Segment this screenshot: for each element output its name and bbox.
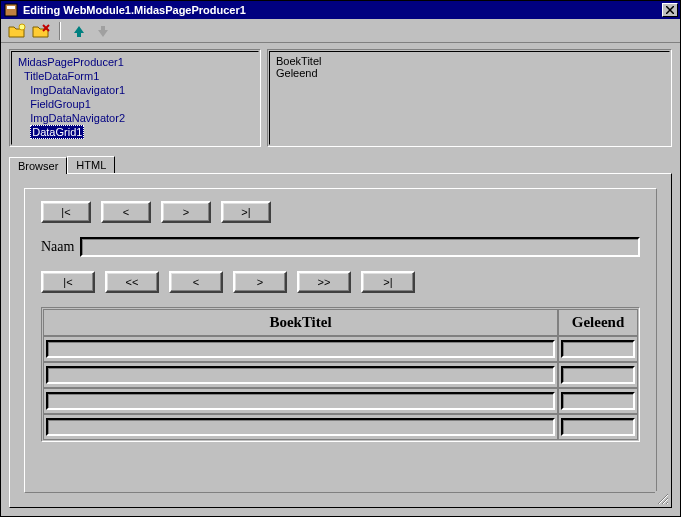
- folder-new-icon[interactable]: [7, 21, 27, 41]
- table-row: [43, 388, 638, 414]
- toolbar: [1, 19, 680, 43]
- top-panes: MidasPageProducer1 TitleDataForm1 ImgDat…: [1, 43, 680, 153]
- titlebar: Editing WebModule1.MidasPageProducer1: [1, 1, 680, 19]
- arrow-up-icon[interactable]: [69, 21, 89, 41]
- naam-label: Naam: [41, 239, 74, 255]
- window-title: Editing WebModule1.MidasPageProducer1: [23, 4, 662, 16]
- svg-rect-0: [5, 4, 17, 16]
- app-icon: [3, 2, 19, 18]
- nav2-next-button[interactable]: >: [233, 271, 287, 293]
- prop-line[interactable]: BoekTitel: [276, 55, 663, 67]
- navigator-1: |< < > >|: [41, 201, 640, 223]
- tree-root[interactable]: MidasPageProducer1: [18, 55, 252, 69]
- editor-window: Editing WebModule1.MidasPageProducer1 Mi…: [0, 0, 681, 517]
- data-grid: BoekTitel Geleend: [41, 307, 640, 442]
- navigator-2: |< << < > >> >|: [41, 271, 640, 293]
- close-button[interactable]: [662, 3, 678, 17]
- svg-line-12: [667, 503, 668, 504]
- naam-input[interactable]: [80, 237, 640, 257]
- prop-line[interactable]: Geleend: [276, 67, 663, 79]
- grid-cell[interactable]: [561, 392, 635, 410]
- tab-browser[interactable]: Browser: [9, 157, 67, 174]
- tree-item[interactable]: FieldGroup1: [18, 97, 252, 111]
- grid-cell[interactable]: [46, 392, 555, 410]
- table-row: [43, 362, 638, 388]
- grid-cell[interactable]: [46, 366, 555, 384]
- folder-delete-icon[interactable]: [31, 21, 51, 41]
- grid-cell[interactable]: [46, 418, 555, 436]
- arrow-down-icon[interactable]: [93, 21, 113, 41]
- properties-pane: BoekTitel Geleend: [267, 49, 672, 147]
- grid-header-titel[interactable]: BoekTitel: [43, 309, 558, 336]
- tree-item[interactable]: TitleDataForm1: [18, 69, 252, 83]
- nav-next-button[interactable]: >: [161, 201, 211, 223]
- grid-cell[interactable]: [561, 340, 635, 358]
- nav2-prevpage-button[interactable]: <<: [105, 271, 159, 293]
- grid-cell[interactable]: [561, 366, 635, 384]
- nav-last-button[interactable]: >|: [221, 201, 271, 223]
- tab-body: |< < > >| Naam |< << < > >> >|: [9, 173, 672, 508]
- grid-header-geleend[interactable]: Geleend: [558, 309, 638, 336]
- resize-grip[interactable]: [655, 491, 669, 505]
- nav2-prev-button[interactable]: <: [169, 271, 223, 293]
- tab-strip: Browser HTML: [9, 153, 672, 173]
- tree-pane: MidasPageProducer1 TitleDataForm1 ImgDat…: [9, 49, 261, 147]
- nav2-nextpage-button[interactable]: >>: [297, 271, 351, 293]
- tabs-region: Browser HTML |< < > >| Naam |< << <: [1, 153, 680, 516]
- nav-prev-button[interactable]: <: [101, 201, 151, 223]
- svg-point-4: [19, 24, 25, 30]
- table-row: [43, 336, 638, 362]
- tree-item[interactable]: ImgDataNavigator1: [18, 83, 252, 97]
- svg-rect-1: [7, 6, 15, 9]
- nav2-last-button[interactable]: >|: [361, 271, 415, 293]
- table-row: [43, 414, 638, 440]
- browser-preview: |< < > >| Naam |< << < > >> >|: [24, 188, 657, 493]
- tree-item[interactable]: ImgDataNavigator2: [18, 111, 252, 125]
- tab-html[interactable]: HTML: [67, 156, 115, 173]
- grid-cell[interactable]: [46, 340, 555, 358]
- toolbar-separator: [59, 22, 61, 40]
- field-row-naam: Naam: [41, 237, 640, 257]
- grid-cell[interactable]: [561, 418, 635, 436]
- nav2-first-button[interactable]: |<: [41, 271, 95, 293]
- tree-item-selected[interactable]: DataGrid1: [18, 125, 252, 139]
- nav-first-button[interactable]: |<: [41, 201, 91, 223]
